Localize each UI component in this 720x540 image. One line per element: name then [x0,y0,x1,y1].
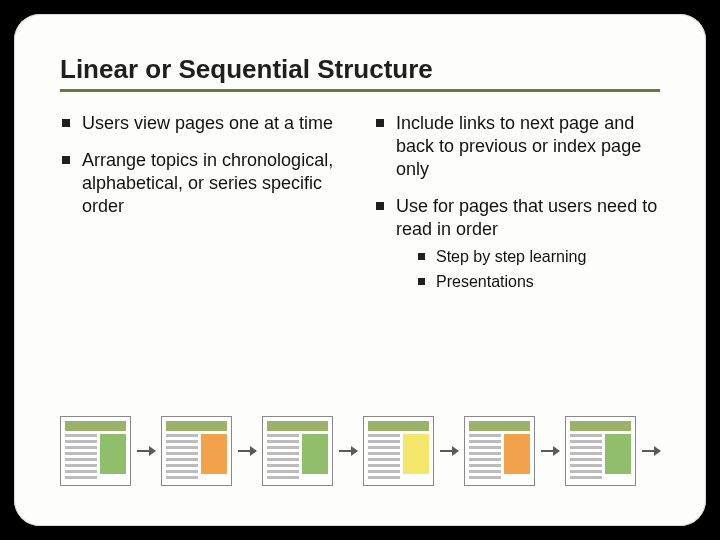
sub-list-item: Presentations [414,272,660,292]
page-content-block [605,434,631,474]
list-item: Users view pages one at a time [60,112,346,135]
arrow-right-icon [238,450,256,452]
list-item: Use for pages that users need to read in… [374,195,660,292]
slide-title: Linear or Sequential Structure [60,54,660,85]
page-content-block [504,434,530,474]
list-item: Include links to next page and back to p… [374,112,660,181]
page-titlebar [65,421,126,431]
arrow-right-icon [440,450,458,452]
page-thumbnail [363,416,434,486]
page-thumbnail [464,416,535,486]
right-column: Include links to next page and back to p… [374,112,660,306]
arrow-right-icon [137,450,155,452]
arrow-right-icon [541,450,559,452]
arrow-right-icon [642,450,660,452]
arrow-right-icon [339,450,357,452]
page-titlebar [368,421,429,431]
title-rule [60,89,660,92]
page-content-block [403,434,429,474]
sub-list-item: Step by step learning [414,247,660,267]
left-column: Users view pages one at a time Arrange t… [60,112,346,306]
page-thumbnail [161,416,232,486]
page-titlebar [469,421,530,431]
list-item: Arrange topics in chronological, alphabe… [60,149,346,218]
page-content-block [302,434,328,474]
slide: Linear or Sequential Structure Users vie… [14,14,706,526]
page-content-block [100,434,126,474]
page-thumbnail [60,416,131,486]
page-thumbnail [565,416,636,486]
page-titlebar [570,421,631,431]
content-columns: Users view pages one at a time Arrange t… [60,112,660,306]
list-item-text: Use for pages that users need to read in… [396,196,657,239]
sub-list: Step by step learning Presentations [414,247,660,292]
left-list: Users view pages one at a time Arrange t… [60,112,346,218]
page-content-block [201,434,227,474]
linear-flow-diagram [60,416,660,486]
page-titlebar [166,421,227,431]
page-titlebar [267,421,328,431]
right-list: Include links to next page and back to p… [374,112,660,292]
page-thumbnail [262,416,333,486]
